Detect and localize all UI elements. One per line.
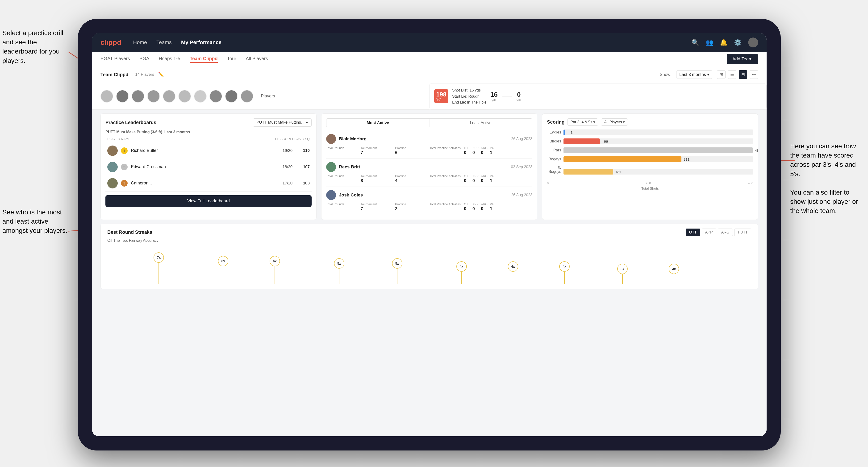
start-lie: Start Lie: Rough xyxy=(452,93,487,99)
streak-pin-0 xyxy=(158,263,159,284)
pa-date-3: 26 Aug 2023 xyxy=(511,193,532,197)
activity-row-2: Rees Britt 02 Sep 2023 Total Rounds Tour… xyxy=(326,159,532,187)
people-icon[interactable]: 👥 xyxy=(706,39,713,46)
streak-bubble-3: 5x xyxy=(334,258,344,269)
streak-pin-9 xyxy=(674,274,674,284)
subnav: PGAT Players PGA Hcaps 1-5 Team Clippd T… xyxy=(92,52,767,66)
streaks-tab-arg[interactable]: ARG xyxy=(718,228,733,236)
edit-team-icon[interactable]: ✏️ xyxy=(158,72,164,77)
lb-row-2: 2 Edward Crossman 18/20 107 xyxy=(105,159,312,175)
pa-practice-group-1: Practice 6 xyxy=(395,146,428,155)
scoring-chart: Eagles 3 Birdies xyxy=(547,129,753,190)
players-section: Players xyxy=(92,83,429,110)
chart-bar-pars: 499 xyxy=(563,148,753,153)
shot-dist: Shot Dist: 16 yds xyxy=(452,87,487,93)
streak-point-2: 6x xyxy=(270,256,280,284)
pa-stats-1: Total Rounds Tournament 7 Practice 6 xyxy=(326,146,532,155)
streak-point-3: 5x xyxy=(334,258,344,284)
streaks-tab-putt[interactable]: PUTT xyxy=(734,228,751,236)
pa-name-3: Josh Coles xyxy=(339,192,508,198)
streak-bubble-5: 4x xyxy=(456,261,467,272)
search-icon[interactable]: 🔍 xyxy=(691,39,699,46)
pa-tournament-group-3: Tournament 7 xyxy=(361,203,393,211)
lb-rank-1: 1 xyxy=(121,148,128,154)
pa-practice-group-2: Practice 4 xyxy=(395,174,428,183)
annotation-right: Here you can see how the team have score… xyxy=(790,142,866,216)
subnav-links: PGAT Players PGA Hcaps 1-5 Team Clippd T… xyxy=(100,55,727,63)
pa-activities-label-3: Total Practice Activities xyxy=(430,203,462,211)
nav-teams[interactable]: Teams xyxy=(156,38,172,46)
grid-view-icon[interactable]: ⊞ xyxy=(717,70,725,79)
most-active-tab[interactable]: Most Active xyxy=(327,119,429,127)
pa-rounds-label-3: Total Rounds xyxy=(326,203,359,211)
lb-score-3: 17/20 xyxy=(280,181,294,186)
scoring-filter-1[interactable]: Par 3, 4 & 5s ▾ xyxy=(567,118,598,126)
streaks-subtitle: Off The Tee, Fairway Accuracy xyxy=(107,239,751,243)
player-avatar-2[interactable] xyxy=(116,90,129,102)
chart-bar-eagles: 3 xyxy=(563,129,565,135)
subnav-all-players[interactable]: All Players xyxy=(246,55,268,63)
filter-icon[interactable]: ⊷ xyxy=(750,70,758,79)
nav-home[interactable]: Home xyxy=(133,38,147,46)
streak-bubble-6: 4x xyxy=(508,261,518,272)
player-avatar-8[interactable] xyxy=(210,90,222,102)
scoring-filter-2[interactable]: All Players ▾ xyxy=(601,118,628,126)
pa-avatar-1 xyxy=(326,134,336,144)
streak-point-4: 5x xyxy=(392,258,402,284)
streak-pin-1 xyxy=(223,266,223,284)
player-avatar-5[interactable] xyxy=(163,90,176,102)
user-avatar[interactable] xyxy=(748,37,758,48)
view-full-leaderboard-button[interactable]: View Full Leaderboard xyxy=(105,195,312,207)
settings-icon[interactable]: ⚙️ xyxy=(734,39,742,46)
team-header: Team Clippd | 14 Players ✏️ Show: Last 3… xyxy=(92,66,767,83)
chart-label-eagles: Eagles xyxy=(547,130,561,134)
player-avatar-7[interactable] xyxy=(194,90,207,102)
annotation-bottom-left: See who is the most and least active amo… xyxy=(2,208,68,236)
subnav-hcaps[interactable]: Hcaps 1-5 xyxy=(159,55,180,63)
practice-leaderboards-panel: Practice Leaderboards PUTT Must Make Put… xyxy=(100,114,316,220)
bell-icon[interactable]: 🔔 xyxy=(720,39,727,46)
pa-activities-label-2: Total Practice Activities xyxy=(430,174,462,183)
lb-avatar-2 xyxy=(107,162,118,172)
player-avatar-10[interactable] xyxy=(241,90,253,102)
subnav-pga[interactable]: PGA xyxy=(140,55,149,63)
chart-value-birdies: 96 xyxy=(604,139,608,143)
player-avatar-1[interactable] xyxy=(100,90,113,102)
pa-activity-stats-3: OTT 0 APP 0 ARG 0 xyxy=(464,203,498,211)
pa-activities-label-1: Total Practice Activities xyxy=(430,146,462,155)
player-avatar-3[interactable] xyxy=(132,90,144,102)
streaks-tab-ott[interactable]: OTT xyxy=(686,228,700,236)
scoring-title: Scoring xyxy=(547,119,564,125)
card-view-icon[interactable]: ⊟ xyxy=(739,70,747,79)
player-avatar-6[interactable] xyxy=(178,90,191,102)
least-active-tab[interactable]: Least Active xyxy=(429,119,532,127)
show-period-select[interactable]: Last 3 months ▾ xyxy=(676,70,712,79)
player-avatar-4[interactable] xyxy=(147,90,160,102)
lb-avg-3: 103 xyxy=(298,181,310,186)
pa-avatar-2 xyxy=(326,162,336,172)
chart-bar-birdies: 96 xyxy=(563,138,600,144)
pa-tournament-group-1: Tournament 7 xyxy=(361,146,393,155)
add-team-button[interactable]: Add Team xyxy=(727,54,758,64)
streaks-section: Best Round Streaks OTT APP ARG PUTT Off … xyxy=(100,224,758,289)
list-view-icon[interactable]: ☰ xyxy=(728,70,736,79)
pa-tournament-group-2: Tournament 8 xyxy=(361,174,393,183)
streaks-chart: 7x 6x 6x 5x 5x 4x 4x 4x 3x 3x xyxy=(107,247,751,284)
navbar: clippd Home Teams My Performance 🔍 👥 🔔 ⚙… xyxy=(92,33,767,52)
nav-icons: 🔍 👥 🔔 ⚙️ xyxy=(691,37,758,48)
chart-row-bogeys: Bogeys 311 xyxy=(547,156,753,162)
bottom-area: Best Round Streaks OTT APP ARG PUTT Off … xyxy=(92,224,767,294)
shot-info: Shot Dist: 16 yds Start Lie: Rough End L… xyxy=(452,87,487,105)
chart-bar-container-eagles: 3 xyxy=(563,129,753,135)
leaderboard-dropdown[interactable]: PUTT Must Make Putting... ▾ xyxy=(253,118,312,127)
player-avatar-9[interactable] xyxy=(225,90,238,102)
chart-value-bogeys: 311 xyxy=(684,157,689,161)
lb-name-2: Edward Crossman xyxy=(131,164,277,169)
pa-avatar-3 xyxy=(326,190,336,200)
streak-point-8: 3x xyxy=(617,264,628,284)
subnav-team-clippd[interactable]: Team Clippd xyxy=(190,55,218,63)
streaks-tab-app[interactable]: APP xyxy=(702,228,716,236)
nav-performance[interactable]: My Performance xyxy=(181,38,221,46)
subnav-tour[interactable]: Tour xyxy=(227,55,236,63)
subnav-pgat[interactable]: PGAT Players xyxy=(100,55,130,63)
